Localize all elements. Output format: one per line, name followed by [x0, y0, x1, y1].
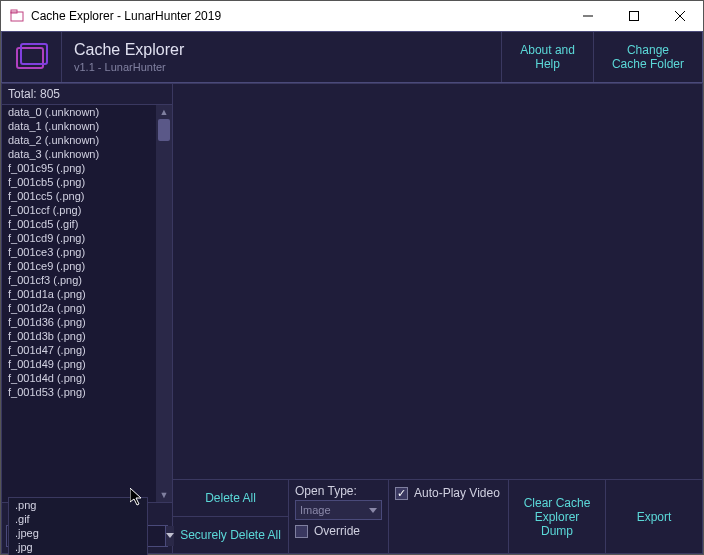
autoplay-checkbox[interactable] [395, 487, 408, 500]
autoplay-row: Auto-Play Video [395, 486, 502, 500]
window-title: Cache Explorer - LunarHunter 2019 [31, 9, 565, 23]
list-item[interactable]: f_001ce3 (.png) [2, 245, 156, 259]
override-label: Override [314, 524, 360, 538]
override-checkbox[interactable] [295, 525, 308, 538]
svg-marker-9 [369, 508, 377, 513]
list-item[interactable]: f_001d2a (.png) [2, 301, 156, 315]
list-item[interactable]: f_001d36 (.png) [2, 315, 156, 329]
clear-cache-dump-button[interactable]: Clear Cache Explorer Dump [509, 480, 605, 553]
list-item[interactable]: f_001d53 (.png) [2, 385, 156, 399]
filter-dropdown[interactable]: .png.gif.jpeg.jpg.mp4.unknown.bmp.wmf.mp… [8, 497, 148, 555]
export-button[interactable]: Export [605, 480, 702, 553]
header-title: Cache Explorer [74, 41, 489, 59]
file-list-wrap: data_0 (.unknown)data_1 (.unknown)data_2… [2, 105, 172, 502]
scrollbar[interactable]: ▲ ▼ [156, 105, 172, 502]
right-panel: Delete All Securely Delete All Open Type… [173, 83, 703, 554]
scroll-up-button[interactable]: ▲ [156, 105, 172, 119]
list-item[interactable]: data_3 (.unknown) [2, 147, 156, 161]
dropdown-item[interactable]: .jpg [9, 540, 147, 554]
list-item[interactable]: f_001d49 (.png) [2, 357, 156, 371]
list-item[interactable]: f_001cc5 (.png) [2, 189, 156, 203]
app-header: Cache Explorer v1.1 - LunarHunter About … [1, 31, 703, 83]
minimize-button[interactable] [565, 1, 611, 31]
list-item[interactable]: f_001cd5 (.gif) [2, 217, 156, 231]
scroll-thumb[interactable] [158, 119, 170, 141]
open-type-value: Image [300, 504, 331, 516]
main-body: Total: 805 data_0 (.unknown)data_1 (.unk… [1, 83, 703, 554]
open-type-select[interactable]: Image [295, 500, 382, 520]
preview-area [173, 84, 702, 479]
list-item[interactable]: f_001d47 (.png) [2, 343, 156, 357]
left-panel: Total: 805 data_0 (.unknown)data_1 (.unk… [1, 83, 173, 554]
delete-all-button[interactable]: Delete All [173, 480, 288, 516]
autoplay-column: Auto-Play Video [389, 480, 509, 553]
chevron-down-icon [369, 504, 377, 516]
autoplay-label: Auto-Play Video [414, 486, 500, 500]
change-cache-folder-button[interactable]: Change Cache Folder [593, 32, 702, 82]
header-text: Cache Explorer v1.1 - LunarHunter [62, 37, 501, 77]
list-item[interactable]: f_001cd9 (.png) [2, 231, 156, 245]
dropdown-item[interactable]: .jpeg [9, 526, 147, 540]
bottom-toolbar: Delete All Securely Delete All Open Type… [173, 479, 702, 553]
app-window: Cache Explorer - LunarHunter 2019 Cache … [0, 0, 704, 555]
list-item[interactable]: f_001ce9 (.png) [2, 259, 156, 273]
maximize-button[interactable] [611, 1, 657, 31]
list-item[interactable]: f_001cf3 (.png) [2, 273, 156, 287]
scroll-down-button[interactable]: ▼ [156, 488, 172, 502]
filter-dropdown-button[interactable] [165, 526, 174, 546]
open-type-label: Open Type: [295, 484, 382, 498]
app-icon [9, 8, 25, 24]
about-help-button[interactable]: About and Help [501, 32, 593, 82]
open-type-column: Open Type: Image Override [289, 480, 389, 553]
securely-delete-all-button[interactable]: Securely Delete All [173, 516, 288, 553]
total-count: Total: 805 [2, 84, 172, 105]
list-item[interactable]: f_001c95 (.png) [2, 161, 156, 175]
window-controls [565, 1, 703, 31]
dropdown-item[interactable]: .png [9, 498, 147, 512]
delete-column: Delete All Securely Delete All [173, 480, 289, 553]
titlebar: Cache Explorer - LunarHunter 2019 [1, 1, 703, 31]
svg-marker-8 [166, 533, 174, 538]
list-item[interactable]: data_2 (.unknown) [2, 133, 156, 147]
list-item[interactable]: f_001ccf (.png) [2, 203, 156, 217]
list-item[interactable]: f_001d3b (.png) [2, 329, 156, 343]
list-item[interactable]: data_0 (.unknown) [2, 105, 156, 119]
override-row: Override [295, 524, 382, 538]
header-logo [2, 32, 62, 82]
list-item[interactable]: f_001cb5 (.png) [2, 175, 156, 189]
dropdown-item[interactable]: .gif [9, 512, 147, 526]
file-list[interactable]: data_0 (.unknown)data_1 (.unknown)data_2… [2, 105, 156, 502]
close-button[interactable] [657, 1, 703, 31]
list-item[interactable]: f_001d1a (.png) [2, 287, 156, 301]
header-subtitle: v1.1 - LunarHunter [74, 61, 489, 73]
svg-rect-3 [630, 12, 639, 21]
list-item[interactable]: data_1 (.unknown) [2, 119, 156, 133]
scroll-track[interactable] [156, 119, 172, 488]
list-item[interactable]: f_001d4d (.png) [2, 371, 156, 385]
